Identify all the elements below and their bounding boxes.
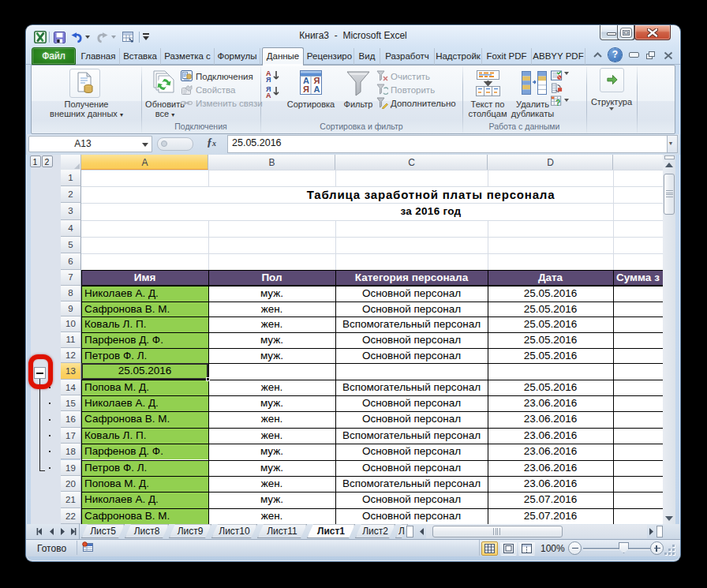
svg-text:А: А <box>266 92 271 99</box>
svg-text:?: ? <box>556 99 560 107</box>
svg-text:Я: Я <box>303 84 309 94</box>
svg-text:Я: Я <box>266 76 271 83</box>
svg-text:А: А <box>314 84 320 94</box>
